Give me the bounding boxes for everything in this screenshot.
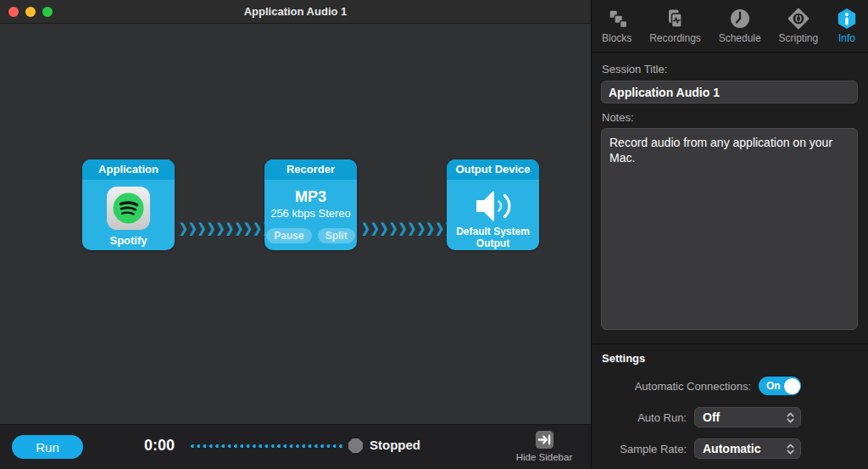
- toggle-knob: [784, 378, 800, 394]
- scripting-icon: [787, 8, 810, 30]
- speaker-icon: [471, 187, 515, 225]
- application-block[interactable]: Application Sp: [82, 159, 175, 250]
- auto-run-label: Auto Run:: [637, 411, 687, 424]
- connection-application-recorder: ❯❯❯❯❯❯❯❯❯❯❯❯: [179, 220, 260, 235]
- recorder-format: MP3: [264, 189, 357, 206]
- status-text: Stopped: [370, 438, 420, 452]
- main-area: Application Audio 1 Application: [0, 0, 591, 469]
- sample-rate-row: Sample Rate: Automatic: [592, 438, 868, 459]
- sample-rate-value: Automatic: [703, 442, 760, 455]
- window-title: Application Audio 1: [0, 0, 591, 24]
- title-bar: Application Audio 1: [0, 0, 591, 24]
- recorder-block-header: Recorder: [264, 159, 357, 180]
- application-block-header: Application: [82, 159, 175, 180]
- tab-scripting[interactable]: Scripting: [778, 8, 818, 44]
- tab-info[interactable]: Info: [836, 8, 858, 44]
- sample-rate-select[interactable]: Automatic: [694, 438, 801, 459]
- hide-sidebar-button[interactable]: Hide Sidebar: [512, 430, 576, 462]
- automatic-connections-row: Automatic Connections: On: [592, 376, 868, 396]
- auto-run-row: Auto Run: Off: [592, 407, 868, 427]
- notes-label: Notes:: [602, 111, 634, 124]
- app-window: Application Audio 1 Application: [0, 0, 868, 469]
- spotify-icon: [106, 186, 151, 231]
- tab-blocks[interactable]: Blocks: [602, 8, 632, 44]
- settings-heading: Settings: [602, 352, 868, 365]
- session-title-input[interactable]: [601, 81, 858, 103]
- stepper-chevrons-icon: [786, 411, 795, 424]
- output-block-header: Output Device: [447, 159, 539, 180]
- settings-section: Settings Automatic Connections: On Auto …: [592, 343, 868, 459]
- stepper-chevrons-icon: [786, 443, 795, 455]
- tab-blocks-label: Blocks: [602, 32, 632, 44]
- connection-recorder-output: ❯❯❯❯❯❯❯❯❯❯❯❯: [361, 220, 442, 235]
- recordings-icon: [664, 8, 686, 30]
- session-timer: 0:00: [100, 437, 175, 455]
- session-canvas[interactable]: Application Sp: [0, 25, 591, 424]
- hide-sidebar-label: Hide Sidebar: [512, 452, 576, 462]
- recorder-detail: 256 kbps Stereo: [264, 207, 357, 220]
- tab-schedule-label: Schedule: [719, 32, 761, 44]
- tab-scripting-label: Scripting: [778, 32, 818, 44]
- info-icon: [836, 8, 858, 30]
- toggle-state-text: On: [766, 377, 781, 395]
- tab-recordings[interactable]: Recordings: [649, 8, 701, 44]
- hide-sidebar-icon: [535, 430, 554, 449]
- output-block-label: Default System Output: [447, 226, 539, 250]
- tab-recordings-label: Recordings: [649, 32, 701, 44]
- automatic-connections-toggle[interactable]: On: [759, 377, 801, 395]
- sample-rate-label: Sample Rate:: [620, 443, 687, 455]
- run-button[interactable]: Run: [12, 435, 83, 459]
- blocks-icon: [606, 8, 628, 30]
- tab-info-label: Info: [838, 32, 855, 44]
- notes-textarea[interactable]: Record audio from any application on you…: [601, 128, 858, 330]
- pause-button[interactable]: Pause: [266, 228, 311, 243]
- recorder-block[interactable]: Recorder MP3 256 kbps Stereo Pause Split: [264, 159, 357, 250]
- output-device-block[interactable]: Output Device Default System Output: [447, 159, 539, 250]
- auto-run-value: Off: [703, 410, 720, 424]
- tab-schedule[interactable]: Schedule: [719, 8, 761, 44]
- automatic-connections-label: Automatic Connections:: [635, 380, 751, 393]
- schedule-icon: [729, 8, 751, 30]
- timeline-dots: [190, 444, 344, 449]
- split-button[interactable]: Split: [318, 228, 355, 243]
- sidebar-tabs: Blocks Recordings Schedule: [592, 0, 868, 53]
- auto-run-select[interactable]: Off: [694, 407, 801, 427]
- session-title-label: Session Title:: [602, 63, 667, 75]
- sidebar: Blocks Recordings Schedule: [591, 0, 868, 469]
- application-block-label: Spotify: [82, 234, 175, 247]
